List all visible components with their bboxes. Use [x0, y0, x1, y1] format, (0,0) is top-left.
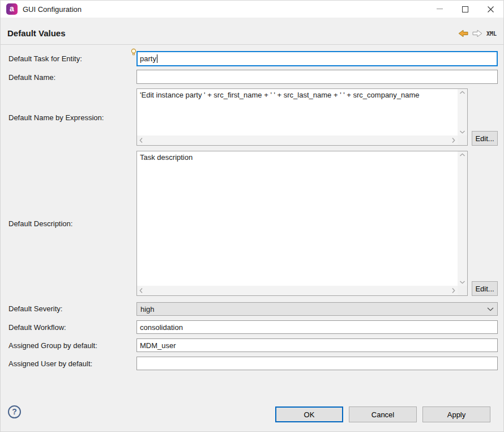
default-name-label: Default Name:	[8, 73, 55, 82]
vertical-scrollbar[interactable]	[458, 89, 467, 135]
close-button[interactable]	[478, 1, 503, 18]
scroll-right-icon	[452, 137, 455, 143]
maximize-icon	[462, 6, 468, 12]
header-navigation: XML	[458, 29, 497, 37]
title-bar: a GUI Configuration	[1, 1, 503, 18]
header-separator	[1, 44, 503, 45]
severity-dropdown[interactable]: high	[136, 302, 498, 316]
workflow-label: Default Workflow:	[8, 323, 66, 332]
window-title: GUI Configuration	[23, 5, 82, 14]
text-cursor	[157, 54, 157, 63]
scroll-right-icon	[452, 287, 455, 294]
back-arrow-icon[interactable]	[458, 29, 468, 37]
assigned-group-input[interactable]	[136, 338, 498, 352]
maximize-button[interactable]	[452, 1, 478, 18]
scroll-down-icon	[459, 130, 465, 134]
task-entity-input[interactable]: party	[136, 51, 498, 66]
scroll-left-icon	[139, 287, 143, 294]
ok-button[interactable]: OK	[275, 406, 343, 422]
help-icon: ?	[12, 407, 17, 416]
chevron-down-icon	[487, 307, 494, 311]
severity-value: high	[140, 305, 155, 314]
edit-description-button[interactable]: Edit...	[472, 281, 498, 296]
minimize-button[interactable]	[427, 1, 452, 18]
severity-label: Default Severity:	[8, 304, 62, 313]
app-logo-icon: a	[6, 3, 18, 15]
description-label: Default Description:	[8, 219, 72, 228]
help-button[interactable]: ?	[8, 405, 21, 418]
task-entity-label: Default Task for Entity:	[8, 54, 82, 63]
name-expression-textarea[interactable]: 'Edit instance party ' + src_first_name …	[136, 88, 468, 146]
gui-configuration-dialog: a GUI Configuration Default Values	[0, 0, 504, 432]
workflow-input[interactable]	[136, 320, 498, 334]
scroll-up-icon	[459, 153, 465, 156]
scroll-down-icon	[459, 281, 465, 284]
assigned-group-label: Assigned Group by default:	[8, 341, 97, 350]
description-value: Task description	[137, 151, 458, 286]
xml-view-button[interactable]: XML	[486, 31, 497, 37]
page-title: Default Values	[7, 28, 66, 38]
task-entity-value: party	[140, 54, 156, 63]
horizontal-scrollbar[interactable]	[137, 135, 458, 145]
assigned-user-input[interactable]	[136, 357, 498, 370]
name-expression-label: Default Name by Expression:	[8, 113, 104, 122]
name-expression-value: 'Edit instance party ' + src_first_name …	[137, 89, 458, 135]
scroll-up-icon	[459, 91, 465, 94]
apply-button[interactable]: Apply	[422, 406, 490, 422]
scroll-left-icon	[139, 137, 143, 143]
description-textarea[interactable]: Task description	[136, 151, 468, 296]
window-controls	[427, 1, 503, 18]
edit-expression-button[interactable]: Edit...	[472, 131, 498, 146]
cancel-button[interactable]: Cancel	[349, 406, 417, 422]
minimize-icon	[437, 9, 443, 10]
default-name-input[interactable]	[136, 70, 498, 84]
content-assist-lightbulb-icon	[131, 48, 136, 58]
horizontal-scrollbar[interactable]	[137, 286, 458, 295]
close-icon	[488, 6, 494, 12]
vertical-scrollbar[interactable]	[458, 151, 467, 286]
assigned-user-label: Assigned User by default:	[8, 359, 92, 368]
forward-arrow-icon[interactable]	[472, 29, 482, 37]
